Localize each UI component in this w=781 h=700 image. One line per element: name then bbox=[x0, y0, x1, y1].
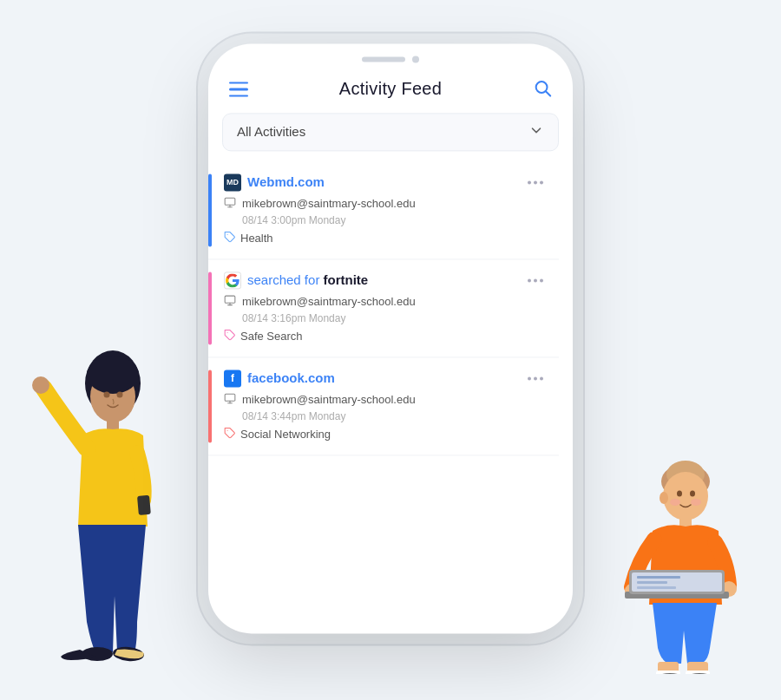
svg-rect-44 bbox=[637, 576, 680, 579]
chevron-down-icon bbox=[528, 122, 544, 141]
tag-icon bbox=[224, 231, 236, 246]
svg-point-27 bbox=[677, 491, 682, 497]
item-tag: Health bbox=[224, 231, 545, 246]
phone-header: Activity Feed bbox=[208, 69, 573, 113]
item-time: 08/14 3:16pm Monday bbox=[224, 312, 545, 324]
page-title: Activity Feed bbox=[339, 79, 442, 99]
item-top: f facebook.com bbox=[224, 370, 545, 387]
feed-item-google[interactable]: searched for fortnite mikebrown@saintmar… bbox=[208, 259, 559, 357]
item-user: mikebrown@saintmary-school.edu bbox=[224, 392, 545, 408]
item-time: 08/14 3:00pm Monday bbox=[224, 214, 545, 226]
phone-top-bar bbox=[208, 43, 573, 69]
svg-point-30 bbox=[691, 499, 701, 506]
search-prefix: searched for bbox=[247, 272, 324, 287]
svg-point-29 bbox=[670, 499, 680, 506]
svg-line-11 bbox=[546, 91, 550, 95]
svg-point-6 bbox=[32, 376, 49, 394]
character-right bbox=[599, 448, 755, 674]
item-indicator bbox=[208, 370, 212, 442]
svg-rect-12 bbox=[225, 198, 235, 205]
item-site: MD Webmd.com bbox=[224, 173, 325, 191]
site-name: searched for fortnite bbox=[247, 272, 368, 287]
phone-camera bbox=[412, 56, 419, 62]
user-email: mikebrown@saintmary-school.edu bbox=[242, 393, 416, 406]
site-name: facebook.com bbox=[247, 370, 335, 385]
filter-label: All Activities bbox=[237, 124, 305, 139]
item-tag: Safe Search bbox=[224, 329, 545, 344]
search-button[interactable] bbox=[533, 78, 552, 101]
more-options-button[interactable] bbox=[526, 277, 545, 284]
item-content: f facebook.com mikebrown@saintmary-schoo… bbox=[224, 370, 545, 442]
item-user: mikebrown@saintmary-school.edu bbox=[224, 294, 545, 310]
phone-mockup: Activity Feed All Activities MD bbox=[208, 43, 573, 633]
menu-button[interactable] bbox=[229, 82, 248, 97]
character-left bbox=[17, 336, 191, 665]
monitor-icon bbox=[224, 294, 236, 310]
tag-label: Safe Search bbox=[240, 330, 303, 343]
svg-point-26 bbox=[663, 472, 708, 520]
scene: Activity Feed All Activities MD bbox=[0, 0, 781, 700]
monitor-icon bbox=[224, 392, 236, 408]
item-site: searched for fortnite bbox=[224, 271, 368, 289]
webmd-favicon: MD bbox=[224, 173, 241, 191]
item-indicator bbox=[208, 271, 212, 344]
google-favicon bbox=[224, 271, 241, 289]
item-content: MD Webmd.com mikebrown@saintmary-school.… bbox=[224, 173, 545, 246]
item-content: searched for fortnite mikebrown@saintmar… bbox=[224, 271, 545, 344]
user-email: mikebrown@saintmary-school.edu bbox=[242, 295, 416, 308]
svg-point-2 bbox=[87, 356, 139, 394]
user-email: mikebrown@saintmary-school.edu bbox=[242, 197, 416, 210]
phone-speaker bbox=[362, 56, 405, 62]
item-site: f facebook.com bbox=[224, 370, 335, 387]
more-options-button[interactable] bbox=[526, 375, 545, 382]
filter-bar[interactable]: All Activities bbox=[222, 113, 559, 151]
tag-icon bbox=[224, 427, 236, 442]
svg-point-28 bbox=[690, 491, 695, 497]
item-tag: Social Networking bbox=[224, 427, 545, 442]
svg-rect-45 bbox=[637, 581, 667, 584]
item-top: MD Webmd.com bbox=[224, 173, 545, 191]
svg-point-3 bbox=[104, 392, 110, 398]
feed-item-facebook[interactable]: f facebook.com mikebrown@saintmary-schoo… bbox=[208, 357, 559, 455]
feed-item-webmd[interactable]: MD Webmd.com mikebrown@saintmary-school.… bbox=[208, 161, 559, 259]
site-name: Webmd.com bbox=[247, 174, 325, 189]
facebook-favicon: f bbox=[224, 370, 241, 387]
svg-point-31 bbox=[660, 492, 668, 504]
tag-label: Social Networking bbox=[240, 428, 331, 441]
monitor-icon bbox=[224, 196, 236, 212]
search-bold: fortnite bbox=[324, 272, 369, 287]
svg-rect-20 bbox=[225, 394, 235, 401]
svg-rect-46 bbox=[637, 586, 676, 589]
more-options-button[interactable] bbox=[526, 179, 545, 186]
item-top: searched for fortnite bbox=[224, 271, 545, 289]
tag-icon bbox=[224, 329, 236, 344]
item-indicator bbox=[208, 173, 212, 246]
tag-label: Health bbox=[240, 232, 273, 245]
svg-rect-7 bbox=[137, 495, 151, 515]
item-user: mikebrown@saintmary-school.edu bbox=[224, 196, 545, 212]
item-time: 08/14 3:44pm Monday bbox=[224, 410, 545, 422]
svg-rect-16 bbox=[225, 296, 235, 303]
svg-point-4 bbox=[117, 392, 123, 398]
activity-feed: MD Webmd.com mikebrown@saintmary-school.… bbox=[208, 154, 573, 633]
